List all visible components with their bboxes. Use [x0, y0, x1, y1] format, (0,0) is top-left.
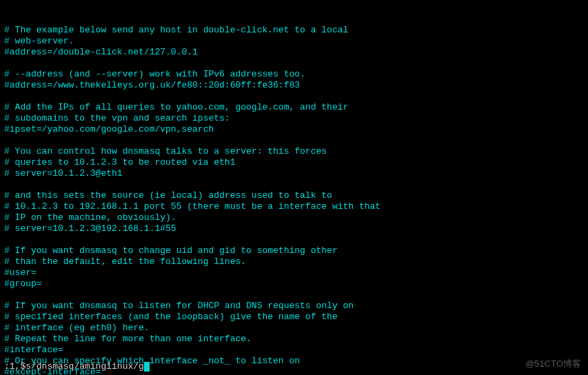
config-line: # If you want dnsmasq to change uid and … [4, 245, 584, 256]
cursor [144, 362, 150, 372]
config-line: # than the default, edit the following l… [4, 256, 584, 267]
config-line: # specified interfaces (and the loopback… [4, 312, 584, 323]
command-text: :1,$s/dnsmasq/aminglinux/g [4, 361, 144, 372]
config-line: # interface (eg eth0) here. [4, 323, 584, 334]
config-line: # server=10.1.2.3@192.168.1.1#55 [4, 223, 584, 234]
config-line [4, 179, 584, 190]
config-line [4, 135, 584, 146]
config-line: # IP on the machine, obviously). [4, 212, 584, 223]
config-line: # server=10.1.2.3@eth1 [4, 168, 584, 179]
config-line: #interface= [4, 345, 584, 356]
config-line [4, 234, 584, 245]
config-line [4, 290, 584, 301]
config-line: # Add the IPs of all queries to yahoo.co… [4, 102, 584, 113]
terminal-viewport[interactable]: # The example below send any host in dou… [4, 3, 584, 375]
watermark: @51CTO博客 [525, 358, 581, 369]
config-line: #group= [4, 278, 584, 290]
config-line [4, 91, 584, 102]
config-line: # You can control how dnsmasq talks to a… [4, 146, 584, 157]
config-line: # 10.1.2.3 to 192.168.1.1 port 55 (there… [4, 201, 584, 212]
config-line: # subdomains to the vpn and search ipset… [4, 113, 584, 124]
config-line: # --address (and --server) work with IPv… [4, 69, 584, 80]
config-line: #address=/www.thekelleys.org.uk/fe80::20… [4, 80, 584, 91]
config-line: #ipset=/yahoo.com/google.com/vpn,search [4, 124, 584, 135]
config-line: #address=/double-click.net/127.0.0.1 [4, 47, 584, 58]
config-line: #user= [4, 267, 584, 278]
config-line [4, 58, 584, 69]
config-line: # The example below send any host in dou… [4, 25, 584, 36]
config-line: # web-server. [4, 36, 584, 47]
file-content: # The example below send any host in dou… [4, 25, 584, 375]
config-line: # Repeat the line for more than one inte… [4, 334, 584, 345]
config-line: # queries to 10.1.2.3 to be routed via e… [4, 157, 584, 168]
config-line: # If you want dnsmasq to listen for DHCP… [4, 301, 584, 312]
vim-command-line[interactable]: :1,$s/dnsmasq/aminglinux/g [4, 361, 150, 372]
config-line: # and this sets the source (ie local) ad… [4, 190, 584, 201]
